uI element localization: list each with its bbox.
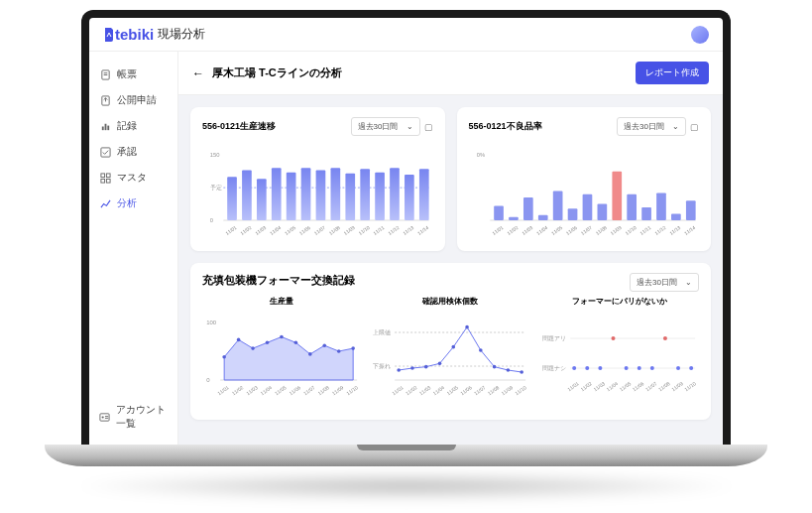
sidebar-item-accounts[interactable]: アカウント一覧 xyxy=(95,397,172,437)
defect-bar-chart: 0% 11/0111/0211/0311/0411/0511/0611/0711… xyxy=(469,142,700,241)
svg-point-83 xyxy=(237,338,241,342)
svg-point-132 xyxy=(663,336,667,340)
svg-rect-23 xyxy=(257,179,267,220)
svg-rect-28 xyxy=(331,168,341,220)
calendar-icon[interactable]: ▢ xyxy=(690,122,699,132)
sidebar-item-label: 記録 xyxy=(117,119,137,133)
svg-text:11/02: 11/02 xyxy=(506,225,519,236)
defect-chart-card: 556-0121不良品率 過去30日間⌄ ▢ 0% xyxy=(457,107,712,251)
sidebar-item-label: アカウント一覧 xyxy=(116,403,168,431)
svg-text:11/04: 11/04 xyxy=(535,225,548,236)
svg-point-13 xyxy=(102,416,104,418)
svg-point-137 xyxy=(637,366,640,370)
svg-text:11/08: 11/08 xyxy=(595,225,608,236)
svg-point-113 xyxy=(479,348,483,352)
svg-point-140 xyxy=(689,366,693,370)
svg-text:11/11: 11/11 xyxy=(373,225,386,236)
burr-scatter-chart: 問題アリ 問題ナシ 11/0111/0211/0311/0411/0511/06… xyxy=(540,311,699,410)
svg-text:11/02: 11/02 xyxy=(231,384,245,396)
svg-point-87 xyxy=(294,341,298,345)
subcard-title: 生産量 xyxy=(202,296,361,307)
svg-text:11/02: 11/02 xyxy=(579,380,593,392)
svg-point-138 xyxy=(649,366,653,370)
svg-rect-60 xyxy=(627,194,637,220)
sidebar: 帳票 公開申請 記録 承認 マスタ xyxy=(89,52,178,447)
svg-point-85 xyxy=(266,341,270,345)
svg-text:0%: 0% xyxy=(476,152,484,158)
sidebar-item-label: 分析 xyxy=(117,196,137,210)
check-icon xyxy=(99,146,111,158)
svg-rect-59 xyxy=(612,172,622,220)
svg-text:11/13: 11/13 xyxy=(668,225,681,236)
svg-text:11/01: 11/01 xyxy=(491,225,504,236)
brand-name: tebiki xyxy=(115,26,154,43)
sidebar-item-forms[interactable]: 帳票 xyxy=(95,62,172,87)
sidebar-item-publish[interactable]: 公開申請 xyxy=(95,87,172,113)
svg-text:11/05: 11/05 xyxy=(618,380,632,392)
svg-rect-31 xyxy=(375,173,385,220)
svg-rect-21 xyxy=(227,177,237,220)
svg-rect-55 xyxy=(552,191,562,220)
svg-text:11/01: 11/01 xyxy=(391,384,405,396)
section-title: 充填包装機フォーマー交換記録 xyxy=(202,273,355,288)
period-select[interactable]: 過去30日間⌄ xyxy=(617,117,686,136)
svg-text:11/14: 11/14 xyxy=(683,225,696,236)
svg-text:0: 0 xyxy=(206,377,210,383)
calendar-icon[interactable]: ▢ xyxy=(424,122,433,132)
svg-rect-24 xyxy=(272,168,282,220)
svg-text:11/12: 11/12 xyxy=(388,225,401,236)
svg-text:11/09: 11/09 xyxy=(670,380,684,392)
svg-text:11/05: 11/05 xyxy=(550,225,563,236)
sidebar-item-analytics[interactable]: 分析 xyxy=(95,191,172,216)
svg-point-84 xyxy=(251,346,255,350)
svg-point-116 xyxy=(521,370,524,374)
svg-text:11/07: 11/07 xyxy=(473,384,487,396)
svg-text:上限値: 上限値 xyxy=(373,329,391,335)
svg-rect-29 xyxy=(345,174,355,220)
subcard-title: フォーマーにパリがないか xyxy=(540,296,699,307)
svg-text:11/06: 11/06 xyxy=(565,225,578,236)
svg-rect-8 xyxy=(100,173,104,177)
period-select[interactable]: 過去30日間⌄ xyxy=(351,117,420,136)
svg-rect-7 xyxy=(100,147,109,156)
svg-text:11/02: 11/02 xyxy=(240,225,253,236)
svg-rect-52 xyxy=(509,217,519,220)
brand-product: 現場分析 xyxy=(158,26,205,43)
svg-text:11/14: 11/14 xyxy=(417,225,430,236)
sidebar-item-label: 公開申請 xyxy=(117,93,157,107)
svg-text:11/08: 11/08 xyxy=(316,384,330,396)
sidebar-item-label: 承認 xyxy=(117,145,137,159)
svg-point-107 xyxy=(398,368,402,372)
svg-point-109 xyxy=(424,365,428,369)
svg-point-134 xyxy=(585,366,589,370)
avatar[interactable] xyxy=(691,26,709,44)
svg-text:11/06: 11/06 xyxy=(631,380,644,392)
svg-text:11/04: 11/04 xyxy=(269,225,282,236)
svg-text:11/05: 11/05 xyxy=(446,384,460,396)
svg-point-111 xyxy=(452,345,456,349)
sidebar-item-records[interactable]: 記録 xyxy=(95,113,172,139)
svg-text:11/07: 11/07 xyxy=(580,225,593,236)
svg-text:11/06: 11/06 xyxy=(459,384,473,396)
svg-text:11/09: 11/09 xyxy=(343,225,356,236)
sidebar-item-approval[interactable]: 承認 xyxy=(95,139,172,165)
volume-area-chart: 100 0 11/0111/0211/0311/0411/0511/0611/0… xyxy=(202,311,361,410)
period-select[interactable]: 過去30日間⌄ xyxy=(630,273,699,292)
sidebar-item-label: マスタ xyxy=(117,171,147,185)
svg-rect-34 xyxy=(419,169,429,220)
svg-text:11/04: 11/04 xyxy=(432,384,446,396)
svg-rect-62 xyxy=(656,192,666,220)
record-section-card: 充填包装機フォーマー交換記録 過去30日間⌄ 生産量 100 0 xyxy=(190,263,711,420)
svg-text:11/10: 11/10 xyxy=(358,225,371,236)
back-arrow-icon[interactable]: ← xyxy=(192,66,204,80)
svg-text:11/03: 11/03 xyxy=(255,225,268,236)
svg-text:11/09: 11/09 xyxy=(331,384,345,396)
create-report-button[interactable]: レポート作成 xyxy=(636,62,709,84)
svg-text:11/03: 11/03 xyxy=(592,380,606,392)
page-title: 厚木工場 T-Cラインの分析 xyxy=(212,65,342,80)
svg-rect-4 xyxy=(101,126,103,130)
svg-text:下振れ: 下振れ xyxy=(373,363,391,369)
bars-icon xyxy=(99,120,111,132)
sidebar-item-master[interactable]: マスタ xyxy=(95,165,172,191)
svg-text:11/10: 11/10 xyxy=(514,384,527,396)
